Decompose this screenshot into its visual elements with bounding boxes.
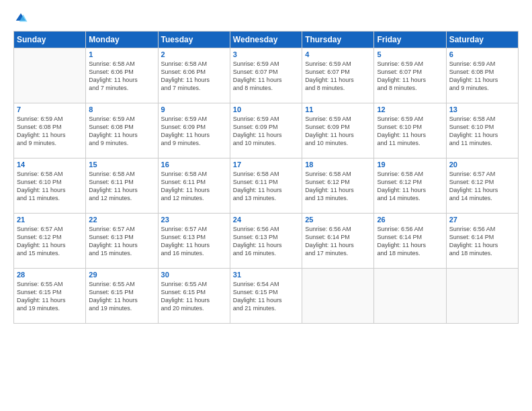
day-number: 3 [233, 50, 299, 58]
weekday-header: Saturday [446, 32, 518, 48]
day-number: 23 [161, 216, 227, 224]
day-info-text: Sunrise: 6:54 AM Sunset: 6:15 PM Dayligh… [233, 280, 299, 313]
day-info-text: Sunrise: 6:56 AM Sunset: 6:14 PM Dayligh… [305, 225, 371, 258]
calendar-day-cell: 25Sunrise: 6:56 AM Sunset: 6:14 PM Dayli… [302, 214, 374, 269]
calendar-table: SundayMondayTuesdayWednesdayThursdayFrid… [13, 31, 519, 324]
day-number: 13 [449, 105, 515, 113]
day-info-text: Sunrise: 6:58 AM Sunset: 6:11 PM Dayligh… [161, 170, 227, 203]
day-number: 8 [89, 105, 154, 113]
day-info-text: Sunrise: 6:56 AM Sunset: 6:14 PM Dayligh… [377, 225, 443, 258]
day-number: 5 [377, 50, 443, 58]
calendar-day-cell: 23Sunrise: 6:57 AM Sunset: 6:13 PM Dayli… [158, 214, 230, 269]
calendar-day-cell: 15Sunrise: 6:58 AM Sunset: 6:11 PM Dayli… [86, 158, 158, 214]
day-number: 1 [89, 50, 154, 58]
calendar-day-cell: 16Sunrise: 6:58 AM Sunset: 6:11 PM Dayli… [158, 158, 230, 214]
day-number: 18 [305, 161, 371, 169]
calendar-day-cell: 29Sunrise: 6:55 AM Sunset: 6:15 PM Dayli… [86, 269, 158, 324]
calendar-day-cell: 10Sunrise: 6:59 AM Sunset: 6:09 PM Dayli… [230, 103, 302, 158]
day-info-text: Sunrise: 6:57 AM Sunset: 6:12 PM Dayligh… [17, 225, 83, 258]
calendar-day-cell: 2Sunrise: 6:58 AM Sunset: 6:06 PM Daylig… [158, 48, 230, 103]
calendar-day-cell: 6Sunrise: 6:59 AM Sunset: 6:08 PM Daylig… [446, 48, 518, 103]
calendar-day-cell: 11Sunrise: 6:59 AM Sunset: 6:09 PM Dayli… [302, 103, 374, 158]
day-number: 31 [233, 271, 299, 279]
day-info-text: Sunrise: 6:58 AM Sunset: 6:06 PM Dayligh… [161, 60, 227, 93]
calendar-day-cell [14, 48, 86, 103]
calendar-day-cell: 24Sunrise: 6:56 AM Sunset: 6:13 PM Dayli… [230, 214, 302, 269]
day-info-text: Sunrise: 6:58 AM Sunset: 6:12 PM Dayligh… [305, 170, 371, 203]
day-info-text: Sunrise: 6:58 AM Sunset: 6:06 PM Dayligh… [89, 60, 154, 93]
day-number: 26 [377, 216, 443, 224]
logo [13, 11, 31, 26]
day-info-text: Sunrise: 6:58 AM Sunset: 6:12 PM Dayligh… [377, 170, 443, 203]
day-info-text: Sunrise: 6:57 AM Sunset: 6:12 PM Dayligh… [449, 170, 515, 203]
calendar-header-row: SundayMondayTuesdayWednesdayThursdayFrid… [14, 32, 519, 48]
day-info-text: Sunrise: 6:59 AM Sunset: 6:08 PM Dayligh… [449, 60, 515, 93]
day-number: 14 [17, 161, 83, 169]
day-number: 10 [233, 105, 299, 113]
day-number: 22 [89, 216, 154, 224]
day-info-text: Sunrise: 6:56 AM Sunset: 6:14 PM Dayligh… [449, 225, 515, 258]
calendar-week-row: 1Sunrise: 6:58 AM Sunset: 6:06 PM Daylig… [14, 48, 519, 103]
calendar-day-cell: 12Sunrise: 6:59 AM Sunset: 6:10 PM Dayli… [374, 103, 446, 158]
weekday-header: Wednesday [230, 32, 302, 48]
page-header [13, 11, 519, 26]
day-info-text: Sunrise: 6:59 AM Sunset: 6:08 PM Dayligh… [89, 115, 154, 148]
calendar-day-cell: 8Sunrise: 6:59 AM Sunset: 6:08 PM Daylig… [86, 103, 158, 158]
day-number: 4 [305, 50, 371, 58]
day-number: 9 [161, 105, 227, 113]
day-number: 15 [89, 161, 154, 169]
day-number: 28 [17, 271, 83, 279]
calendar-week-row: 7Sunrise: 6:59 AM Sunset: 6:08 PM Daylig… [14, 103, 519, 158]
day-number: 17 [233, 161, 299, 169]
calendar-day-cell: 4Sunrise: 6:59 AM Sunset: 6:07 PM Daylig… [302, 48, 374, 103]
calendar-day-cell: 13Sunrise: 6:58 AM Sunset: 6:10 PM Dayli… [446, 103, 518, 158]
day-number: 24 [233, 216, 299, 224]
weekday-header: Friday [374, 32, 446, 48]
calendar-day-cell: 31Sunrise: 6:54 AM Sunset: 6:15 PM Dayli… [230, 269, 302, 324]
logo-icon [13, 11, 28, 26]
day-number: 25 [305, 216, 371, 224]
calendar-day-cell: 21Sunrise: 6:57 AM Sunset: 6:12 PM Dayli… [14, 214, 86, 269]
day-number: 2 [161, 50, 227, 58]
day-info-text: Sunrise: 6:59 AM Sunset: 6:08 PM Dayligh… [17, 115, 83, 148]
weekday-header: Thursday [302, 32, 374, 48]
calendar-day-cell: 7Sunrise: 6:59 AM Sunset: 6:08 PM Daylig… [14, 103, 86, 158]
calendar-day-cell: 14Sunrise: 6:58 AM Sunset: 6:10 PM Dayli… [14, 158, 86, 214]
weekday-header: Sunday [14, 32, 86, 48]
day-number: 21 [17, 216, 83, 224]
day-info-text: Sunrise: 6:58 AM Sunset: 6:10 PM Dayligh… [17, 170, 83, 203]
calendar-day-cell [302, 269, 374, 324]
day-number: 20 [449, 161, 515, 169]
calendar-day-cell: 19Sunrise: 6:58 AM Sunset: 6:12 PM Dayli… [374, 158, 446, 214]
day-number: 27 [449, 216, 515, 224]
day-info-text: Sunrise: 6:56 AM Sunset: 6:13 PM Dayligh… [233, 225, 299, 258]
calendar-day-cell [374, 269, 446, 324]
day-info-text: Sunrise: 6:57 AM Sunset: 6:13 PM Dayligh… [89, 225, 154, 258]
day-info-text: Sunrise: 6:55 AM Sunset: 6:15 PM Dayligh… [161, 280, 227, 313]
day-info-text: Sunrise: 6:57 AM Sunset: 6:13 PM Dayligh… [161, 225, 227, 258]
day-info-text: Sunrise: 6:55 AM Sunset: 6:15 PM Dayligh… [89, 280, 154, 313]
day-info-text: Sunrise: 6:58 AM Sunset: 6:10 PM Dayligh… [449, 115, 515, 148]
calendar-day-cell: 18Sunrise: 6:58 AM Sunset: 6:12 PM Dayli… [302, 158, 374, 214]
calendar-week-row: 28Sunrise: 6:55 AM Sunset: 6:15 PM Dayli… [14, 269, 519, 324]
calendar-day-cell: 28Sunrise: 6:55 AM Sunset: 6:15 PM Dayli… [14, 269, 86, 324]
day-number: 6 [449, 50, 515, 58]
day-number: 16 [161, 161, 227, 169]
day-info-text: Sunrise: 6:59 AM Sunset: 6:09 PM Dayligh… [233, 115, 299, 148]
calendar-day-cell: 20Sunrise: 6:57 AM Sunset: 6:12 PM Dayli… [446, 158, 518, 214]
calendar-day-cell: 17Sunrise: 6:58 AM Sunset: 6:11 PM Dayli… [230, 158, 302, 214]
day-number: 11 [305, 105, 371, 113]
calendar-day-cell: 30Sunrise: 6:55 AM Sunset: 6:15 PM Dayli… [158, 269, 230, 324]
calendar-day-cell: 27Sunrise: 6:56 AM Sunset: 6:14 PM Dayli… [446, 214, 518, 269]
day-info-text: Sunrise: 6:59 AM Sunset: 6:07 PM Dayligh… [305, 60, 371, 93]
day-info-text: Sunrise: 6:59 AM Sunset: 6:09 PM Dayligh… [305, 115, 371, 148]
day-number: 7 [17, 105, 83, 113]
calendar-week-row: 21Sunrise: 6:57 AM Sunset: 6:12 PM Dayli… [14, 214, 519, 269]
day-info-text: Sunrise: 6:58 AM Sunset: 6:11 PM Dayligh… [89, 170, 154, 203]
day-number: 19 [377, 161, 443, 169]
calendar-day-cell: 3Sunrise: 6:59 AM Sunset: 6:07 PM Daylig… [230, 48, 302, 103]
weekday-header: Monday [86, 32, 158, 48]
calendar-day-cell: 1Sunrise: 6:58 AM Sunset: 6:06 PM Daylig… [86, 48, 158, 103]
weekday-header: Tuesday [158, 32, 230, 48]
calendar-day-cell: 22Sunrise: 6:57 AM Sunset: 6:13 PM Dayli… [86, 214, 158, 269]
